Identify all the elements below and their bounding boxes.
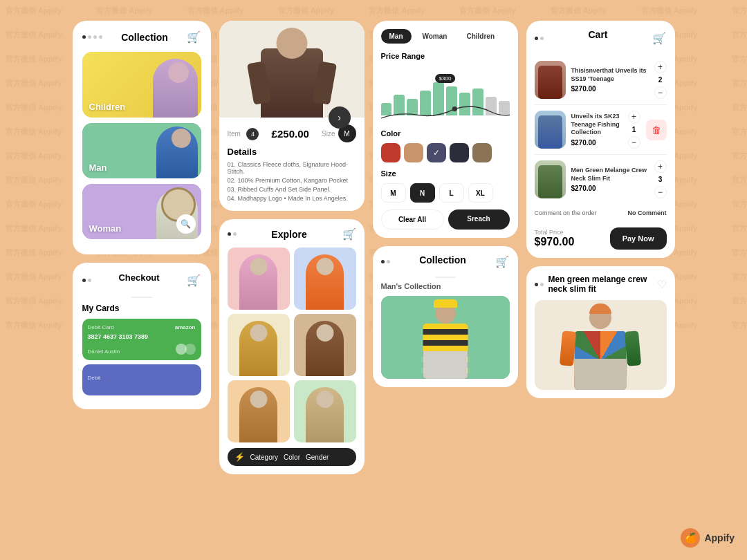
cart-item-2-qty: 1 [632,126,636,133]
pay-now-button[interactable]: Pay Now [610,227,667,250]
cart-item-2-delete[interactable]: 🗑 [646,120,667,140]
total-section: Total Price $970.00 Pay Now [535,227,667,250]
woman-label: Woman [89,223,122,234]
swatch-dark[interactable] [450,143,469,162]
gender-tabs: Man Woman Children [381,29,510,44]
cart-item-2-name: Unveils its SK23 Teenage Fishing Collect… [571,113,622,137]
cart-item-2-decrease[interactable]: − [628,136,640,149]
column-4: Cart 🛒 Thisisnverthat Unveils its SS19 '… [526,21,675,398]
comment-section: Comment on the order No Comment [535,204,667,222]
category-children[interactable]: Children [82,52,201,118]
cart-item-3-qty: 3 [658,176,663,183]
swatch-brown[interactable] [472,143,492,162]
product-dots [535,283,544,286]
filter-bar: ⚡ Category Color Gender [228,448,356,466]
size-m[interactable]: M [381,183,406,203]
collection2-title: Collection [419,254,466,265]
explore-item-4[interactable] [294,314,356,376]
checkout-title: Checkout [118,272,159,283]
explore-grid [228,248,356,442]
cart-item-3: Men Green Melange Crew Neck Slim Fit $27… [535,155,667,204]
item-count: 4 [246,128,259,140]
explore-title: Explore [237,229,342,240]
explore-item-1[interactable] [228,248,290,310]
detail-item-2: 02. 100% Premium Cotton, Kangaro Pocket [228,177,356,184]
cart-item-1: Thisisnverthat Unveils its SS19 'Teenage… [535,55,667,105]
explore-item-6[interactable] [294,380,356,442]
cart-item-3-decrease[interactable]: − [654,186,667,198]
tab-woman[interactable]: Woman [414,29,456,44]
swatch-orange[interactable] [404,143,423,162]
filter-icon: ⚡ [234,452,245,462]
explore-item-2[interactable] [294,248,356,310]
collection2-dots [381,260,390,263]
cart-item-2-increase[interactable]: + [628,111,640,123]
appify-label: Appify [704,532,735,543]
cart-item-1-increase[interactable]: + [654,61,667,73]
cart-cart-icon[interactable]: 🛒 [652,32,666,45]
cart-item-3-image [535,160,566,198]
collection-header: Collection 🛒 [82,30,201,44]
comment-label: Comment on the order [535,209,597,216]
product-title: Men green melange crew neck slim fit [548,274,652,295]
cart-item-1-decrease[interactable]: − [654,86,667,99]
card-2[interactable]: Debit [82,364,201,395]
category-woman[interactable]: Woman 🔍 [82,184,201,239]
card-2-type: Debit [88,375,101,381]
cart-item-2-image [535,111,566,149]
cart-item-1-qty: 2 [658,76,663,84]
size-title: Size [381,169,510,178]
swatch-blue-selected[interactable] [427,143,446,162]
clear-all-button[interactable]: Clear All [381,209,444,230]
detail-list: 01. Classics Fleece cloths, Signature Ho… [219,161,365,211]
color-filter-btn[interactable]: Color [284,454,300,461]
dots-icon [82,35,102,39]
cart-item-3-info: Men Green Melange Crew Neck Slim Fit $27… [571,167,649,192]
checkout-dots [82,279,91,282]
tab-children[interactable]: Children [458,29,503,44]
card-1[interactable]: Debit Card amazon 3827 4637 3103 7389 Da… [82,319,201,360]
collection-screen: Collection 🛒 Children Man [73,21,211,254]
gender-filter-btn[interactable]: Gender [306,454,329,461]
cart-item-3-increase[interactable]: + [654,160,667,173]
explore-item-5[interactable] [228,380,290,442]
total-label: Total Price [535,229,575,236]
size-label: Size [322,130,335,138]
product-screen: Men green melange crew neck slim fit ♡ [526,266,675,398]
detail-screen: › Item 4 £250.00 Size M Details 01. Clas… [219,21,365,211]
cart-dots [535,37,544,40]
size-xl[interactable]: XL [468,183,493,203]
woman-search-button[interactable]: 🔍 [176,214,196,234]
collection2-subtitle: Man's Collection [381,282,510,290]
svg-point-0 [452,106,456,111]
cart-item-2: Unveils its SK23 Teenage Fishing Collect… [535,105,667,155]
collection2-image [381,296,510,379]
cart-item-1-name: Thisisnverthat Unveils its SS19 'Teenage [571,67,649,83]
category-man[interactable]: Man [82,123,201,178]
heart-icon[interactable]: ♡ [657,278,667,291]
collection2-divider [435,277,456,278]
tab-man[interactable]: Man [381,29,412,44]
price-range-title: Price Range [381,52,510,60]
size-n[interactable]: N [410,183,435,203]
category-filter-btn[interactable]: Category [250,454,279,461]
product-header: Men green melange crew neck slim fit ♡ [535,274,667,295]
screens-container: Collection 🛒 Children Man [0,0,747,560]
explore-dots [228,232,237,236]
size-l[interactable]: L [439,183,464,203]
checkout-header: Checkout 🛒 [82,272,201,288]
appify-logo: 🍊 Appify [681,528,735,548]
my-cards-title: My Cards [82,304,201,313]
size-grid: M N L XL [381,183,510,203]
collection2-cart-icon[interactable]: 🛒 [495,255,509,268]
checkout-cart-icon[interactable]: 🛒 [187,274,201,287]
detail-image: › [219,21,365,118]
cart-item-2-price: $270.00 [571,139,622,147]
explore-item-3[interactable] [228,314,290,376]
explore-cart-icon[interactable]: 🛒 [342,227,356,241]
cart-icon[interactable]: 🛒 [187,30,201,44]
swatch-red[interactable] [381,143,400,162]
next-button[interactable]: › [329,106,351,129]
children-label: Children [89,102,126,112]
search-button[interactable]: Sreach [448,209,510,230]
